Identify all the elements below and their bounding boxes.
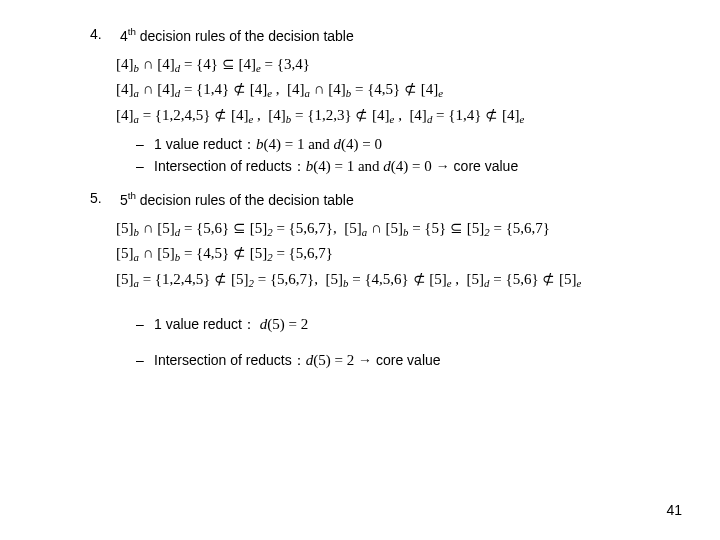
item-4-title-sup: th <box>128 26 136 37</box>
bullet-row: – Intersection of reducts：b(4) = 1 and d… <box>136 158 660 176</box>
math-line: [4]b ∩ [4]d = {4} ⊆ [4]e = {3,4} <box>116 52 660 78</box>
dash-icon: – <box>136 352 154 368</box>
math-line: [5]a = {1,2,4,5} ⊄ [5]2 = {5,6,7}, [5]b … <box>116 267 660 293</box>
item-5-title: 5th decision rules of the decision table <box>120 190 354 208</box>
bullet-label: Intersection of reducts： <box>154 158 306 174</box>
bullet-tail: → core value <box>354 352 440 368</box>
bullet-row: – 1 value reduct： d(5) = 2 <box>136 316 660 334</box>
page-number: 41 <box>666 502 682 518</box>
dash-icon: – <box>136 158 154 174</box>
item-5-math: [5]b ∩ [5]d = {5,6} ⊆ [5]2 = {5,6,7}, [5… <box>116 216 660 293</box>
bullet-math: b(4) = 1 and d(4) = 0 <box>306 158 432 174</box>
bullet-label: 1 value reduct： <box>154 136 256 152</box>
item-4-bullets: – 1 value reduct：b(4) = 1 and d(4) = 0 –… <box>136 136 660 176</box>
bullet-text: 1 value reduct： d(5) = 2 <box>154 316 308 334</box>
item-5-title-sup: th <box>128 190 136 201</box>
bullet-tail: → core value <box>432 158 518 174</box>
item-4-title: 4th decision rules of the decision table <box>120 26 354 44</box>
slide: 4. 4th decision rules of the decision ta… <box>0 0 720 540</box>
bullet-row: – 1 value reduct：b(4) = 1 and d(4) = 0 <box>136 136 660 154</box>
bullet-label: 1 value reduct： <box>154 316 256 332</box>
item-4: 4. 4th decision rules of the decision ta… <box>90 26 660 176</box>
bullet-text: Intersection of reducts：b(4) = 1 and d(4… <box>154 158 518 176</box>
item-5: 5. 5th decision rules of the decision ta… <box>90 190 660 370</box>
bullet-text: 1 value reduct：b(4) = 1 and d(4) = 0 <box>154 136 382 154</box>
item-5-title-pre: 5 <box>120 192 128 208</box>
item-4-number: 4. <box>90 26 116 42</box>
bullet-math: d(5) = 2 <box>306 352 354 368</box>
bullet-text: Intersection of reducts：d(5) = 2 → core … <box>154 352 441 370</box>
dash-icon: – <box>136 316 154 332</box>
item-4-math: [4]b ∩ [4]d = {4} ⊆ [4]e = {3,4} [4]a ∩ … <box>116 52 660 129</box>
math-line: [4]a = {1,2,4,5} ⊄ [4]e , [4]b = {1,2,3}… <box>116 103 660 129</box>
bullet-label: Intersection of reducts： <box>154 352 306 368</box>
item-4-title-rest: decision rules of the decision table <box>136 28 354 44</box>
math-line: [5]b ∩ [5]d = {5,6} ⊆ [5]2 = {5,6,7}, [5… <box>116 216 660 242</box>
item-5-title-rest: decision rules of the decision table <box>136 192 354 208</box>
item-5-bullets: – 1 value reduct： d(5) = 2 – Intersectio… <box>136 316 660 370</box>
bullet-row: – Intersection of reducts：d(5) = 2 → cor… <box>136 352 660 370</box>
item-4-title-pre: 4 <box>120 28 128 44</box>
item-5-number: 5. <box>90 190 116 206</box>
dash-icon: – <box>136 136 154 152</box>
bullet-math: b(4) = 1 and d(4) = 0 <box>256 136 382 152</box>
math-line: [5]a ∩ [5]b = {4,5} ⊄ [5]2 = {5,6,7} <box>116 241 660 267</box>
bullet-math: d(5) = 2 <box>260 316 308 332</box>
math-line: [4]a ∩ [4]d = {1,4} ⊄ [4]e , [4]a ∩ [4]b… <box>116 77 660 103</box>
